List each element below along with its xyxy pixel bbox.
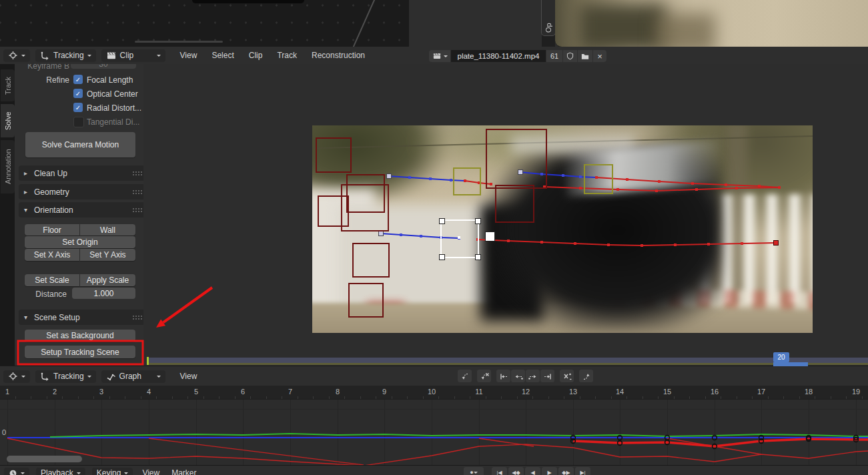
track-marker[interactable] — [486, 129, 547, 189]
marker-corner-handle[interactable] — [475, 254, 481, 260]
transport-next-keyframe[interactable]: ◆▶ — [558, 467, 574, 475]
refine-label: Refine — [20, 75, 69, 85]
track-marker[interactable] — [316, 137, 352, 173]
transport-prev-keyframe[interactable]: ◀◆ — [508, 467, 524, 475]
clip-users-count[interactable]: 61 — [546, 50, 562, 62]
drag-grip-icon[interactable] — [132, 171, 142, 176]
track-marker[interactable] — [495, 185, 534, 223]
floor-button[interactable]: Floor — [25, 224, 79, 235]
setup-tracking-scene-button[interactable]: Setup Tracking Scene — [25, 346, 135, 358]
transport-play[interactable]: ▶ — [542, 467, 557, 475]
tab-annotation[interactable]: Annotation — [1, 140, 15, 193]
drag-grip-icon[interactable] — [132, 189, 142, 195]
chevron-down-icon — [157, 376, 161, 380]
fake-user-shield-button[interactable] — [563, 50, 577, 62]
tab-solve[interactable]: Solve — [1, 104, 15, 137]
green-curve — [50, 434, 868, 437]
tool-delete-marker[interactable] — [560, 370, 574, 382]
graph-area[interactable]: 0 — [0, 399, 868, 465]
marker-corner-handle[interactable] — [439, 218, 445, 224]
tool-prev-marker[interactable] — [511, 370, 525, 382]
frame-number: 19 — [852, 388, 860, 396]
menu-clip[interactable]: Clip — [246, 51, 266, 60]
set-as-background-button[interactable]: Set as Background — [25, 330, 135, 342]
editor-type-selector[interactable] — [3, 370, 30, 383]
marker-slider-handle[interactable] — [485, 231, 495, 242]
set-y-axis-button[interactable]: Set Y Axis — [80, 249, 135, 261]
transport-jump-end[interactable]: ▶| — [575, 467, 590, 475]
marker-corner-handle[interactable] — [475, 218, 481, 224]
menu-view[interactable]: View — [177, 51, 200, 60]
drag-grip-icon[interactable] — [132, 315, 142, 320]
drag-grip-icon[interactable] — [132, 207, 142, 213]
set-x-axis-button[interactable]: Set X Axis — [25, 249, 79, 261]
geometry-section-header[interactable]: ▸ Geometry — [19, 184, 143, 199]
playback-dropdown[interactable]: Playback — [36, 468, 85, 475]
track-marker[interactable] — [352, 243, 390, 278]
tool-next-marker[interactable] — [526, 370, 540, 382]
menu-view[interactable]: View — [177, 372, 200, 381]
tracking-mode-label: Tracking — [53, 51, 84, 60]
graph-view-dropdown[interactable]: Graph — [101, 370, 165, 383]
set-scale-button[interactable]: Set Scale — [25, 274, 79, 286]
timeline-editor-selector[interactable] — [4, 468, 29, 475]
checkbox-optical-center[interactable]: ✓ — [73, 89, 83, 98]
transport-play-reverse[interactable]: ◀ — [525, 467, 540, 475]
frame-ruler[interactable]: 12345678910111213141516171819 — [0, 386, 868, 400]
trees-blur — [579, 4, 666, 47]
apply-scale-button[interactable]: Apply Scale — [80, 274, 135, 286]
wall-button[interactable]: Wall — [80, 224, 135, 235]
tracking-icon — [40, 51, 50, 60]
auto-keying-button[interactable]: ● — [464, 467, 484, 475]
tool-jump-end[interactable] — [540, 370, 554, 382]
scene-setup-section-header[interactable]: ▾ Scene Setup — [19, 310, 143, 325]
clip-name-field[interactable]: plate_11380-11402.mp4 — [451, 50, 546, 62]
node-header-sliver — [192, 0, 304, 3]
keying-dropdown[interactable]: Keying — [92, 468, 133, 475]
checkbox-radial-distortion[interactable]: ✓ — [73, 103, 83, 112]
tool-smooth[interactable] — [579, 370, 593, 382]
playhead-frame-badge[interactable]: 20 — [773, 352, 789, 362]
options-region-tab[interactable]: Op — [541, 0, 556, 36]
tracking-mode-dropdown[interactable]: Tracking — [35, 49, 96, 62]
track-marker[interactable] — [453, 167, 481, 195]
set-origin-button[interactable]: Set Origin — [25, 236, 135, 248]
red-thin — [7, 438, 868, 465]
editor-type-selector[interactable] — [3, 49, 30, 62]
tool-jump-start[interactable] — [496, 370, 510, 382]
track-marker[interactable] — [348, 283, 384, 318]
menu-reconstruction[interactable]: Reconstruction — [309, 51, 368, 60]
unlink-clip-button[interactable]: × — [593, 50, 606, 62]
clip-view-dropdown[interactable]: Clip — [101, 49, 165, 62]
selected-track-marker[interactable] — [440, 219, 479, 258]
track-marker[interactable] — [318, 195, 349, 227]
keyframe-b-field[interactable]: 30 — [71, 64, 136, 69]
marker-corner-handle[interactable] — [439, 254, 445, 260]
playhead-bar[interactable] — [773, 362, 808, 366]
tracking-mode-dropdown[interactable]: Tracking — [35, 370, 96, 383]
distance-field[interactable]: 1.000 — [72, 288, 135, 299]
clip-datablock-browse[interactable] — [429, 50, 450, 62]
menu-track[interactable]: Track — [274, 51, 300, 60]
delete-marker-icon — [562, 372, 572, 381]
tab-track[interactable]: Track — [1, 69, 15, 101]
clip-menubar: View Select Clip Track Reconstruction — [177, 51, 368, 60]
track-marker[interactable] — [584, 164, 613, 194]
clean-up-section-header[interactable]: ▸ Clean Up — [19, 165, 143, 181]
tool-clear-after[interactable] — [477, 370, 491, 382]
solve-camera-motion-button[interactable]: Solve Camera Motion — [25, 132, 135, 157]
open-file-button[interactable] — [578, 50, 592, 62]
menu-view[interactable]: View — [139, 468, 162, 475]
checkbox-tangential-distortion[interactable] — [73, 117, 84, 127]
node-editor-scrollbar[interactable] — [135, 41, 223, 43]
menu-select[interactable]: Select — [209, 51, 236, 60]
tool-clear-before[interactable] — [458, 370, 472, 382]
transport-jump-start[interactable]: |◀ — [492, 467, 507, 475]
menu-marker[interactable]: Marker — [169, 468, 199, 475]
orientation-section-header[interactable]: ▾ Orientation — [19, 202, 143, 217]
graph-horizontal-scrollbar[interactable] — [7, 456, 82, 462]
graph-tools — [458, 370, 593, 382]
frame-number: 18 — [805, 388, 813, 396]
chevron-down-icon — [77, 472, 81, 475]
checkbox-focal-length[interactable]: ✓ — [73, 75, 83, 84]
